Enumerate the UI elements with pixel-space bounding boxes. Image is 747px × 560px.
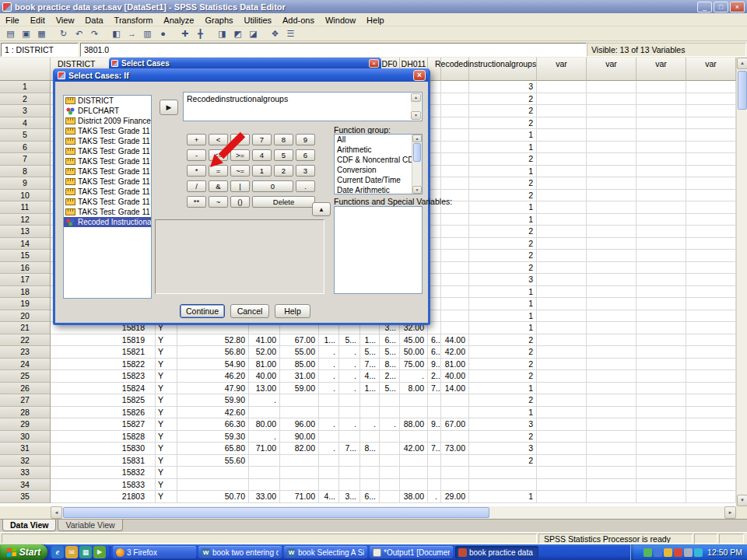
grid-cell[interactable] (428, 467, 441, 479)
select-cases-icon[interactable]: ◪ (246, 27, 261, 40)
function-group-scrollbar[interactable]: ▲ ▼ (412, 135, 422, 194)
grid-cell-var[interactable] (686, 238, 736, 250)
grid-cell[interactable] (441, 81, 469, 93)
grid-cell[interactable]: Y (156, 431, 177, 443)
grid-cell-var[interactable] (686, 201, 736, 214)
grid-cell-var[interactable] (637, 286, 686, 299)
grid-cell-var[interactable] (537, 129, 587, 142)
grid-cell-var[interactable] (686, 394, 736, 407)
value-labels-icon[interactable]: ❖ (268, 27, 282, 40)
grid-cell-var[interactable] (537, 250, 587, 262)
grid-cell-var[interactable] (587, 310, 637, 323)
grid-cell-var[interactable] (686, 142, 736, 154)
grid-cell-var[interactable] (637, 383, 686, 395)
grid-cell[interactable]: 75.00 (400, 359, 428, 371)
grid-cell[interactable]: 65.80 (177, 443, 249, 455)
menu-graphs[interactable]: Graphs (199, 14, 238, 26)
vertical-scroll-thumb[interactable] (738, 71, 747, 110)
row-number[interactable]: 13 (0, 226, 51, 238)
grid-cell-var[interactable] (686, 491, 736, 503)
row-number[interactable]: 5 (0, 129, 51, 142)
grid-cell-var[interactable] (686, 250, 736, 262)
grid-cell-var[interactable] (637, 262, 686, 275)
grid-cell[interactable] (339, 467, 360, 479)
row-number[interactable]: 26 (0, 383, 51, 395)
grid-cell[interactable]: 14.00 (441, 383, 469, 395)
grid-cell[interactable]: . (319, 418, 339, 431)
grid-cell[interactable] (441, 142, 469, 154)
grid-cell-group[interactable]: 1 (469, 214, 537, 226)
grid-cell[interactable]: 38.00 (400, 491, 428, 503)
menu-transform[interactable]: Transform (109, 14, 159, 26)
grid-cell[interactable] (319, 407, 339, 419)
grid-cell-var[interactable] (686, 153, 736, 166)
grid-cell-var[interactable] (637, 455, 686, 467)
corner-header[interactable] (0, 58, 51, 81)
row-number[interactable]: 17 (0, 274, 51, 286)
variable-item[interactable]: TAKS Test: Grade 11 Hi... (64, 207, 151, 217)
open-data-icon[interactable]: ▤ (3, 27, 18, 40)
grid-cell[interactable]: Y (156, 346, 177, 359)
grid-cell-var[interactable] (637, 491, 686, 503)
grid-cell-group[interactable]: 1 (469, 142, 537, 154)
grid-cell-group[interactable]: 2 (469, 238, 537, 250)
row-number[interactable]: 2 (0, 93, 51, 106)
grid-cell-var[interactable] (637, 117, 686, 130)
grid-cell[interactable] (441, 129, 469, 142)
row-number[interactable]: 9 (0, 177, 51, 190)
column-header-var[interactable]: var (537, 58, 587, 81)
grid-cell-group[interactable]: 2 (469, 455, 537, 467)
grid-cell[interactable]: 5... (360, 346, 380, 359)
keypad-power-button[interactable]: ** (187, 196, 206, 208)
variable-item[interactable]: TAKS Test: Grade 11 E... (64, 156, 151, 166)
use-variable-sets-icon[interactable]: ☰ (283, 27, 298, 40)
grid-cell[interactable]: . (339, 359, 360, 371)
start-button[interactable]: Start (0, 544, 47, 560)
grid-cell[interactable] (400, 467, 428, 479)
grid-cell-var[interactable] (686, 166, 736, 178)
row-number[interactable]: 1 (0, 81, 51, 93)
grid-cell-var[interactable] (537, 201, 587, 214)
grid-cell[interactable] (441, 238, 469, 250)
grid-cell-var[interactable] (537, 166, 587, 178)
grid-cell-group[interactable]: 1 (469, 407, 537, 419)
grid-cell[interactable] (441, 93, 469, 106)
keypad-digit-7-button[interactable]: 7 (252, 134, 272, 145)
expression-scroll-up-icon[interactable]: ▲ (411, 93, 421, 102)
grid-cell[interactable] (319, 479, 339, 492)
grid-cell-var[interactable] (537, 467, 587, 479)
grid-cell-var[interactable] (587, 153, 637, 166)
clock[interactable]: 12:50 PM (707, 548, 742, 557)
grid-cell-var[interactable] (587, 479, 637, 492)
grid-cell[interactable]: 59.90 (177, 394, 249, 407)
menu-file[interactable]: File (0, 14, 25, 26)
grid-cell-var[interactable] (537, 310, 587, 323)
variables-info-icon[interactable]: ▥ (140, 27, 155, 40)
row-number[interactable]: 27 (0, 394, 51, 407)
grid-cell[interactable]: 41.00 (249, 334, 280, 347)
maximize-button[interactable]: □ (714, 2, 728, 12)
grid-cell[interactable]: 42.00 (400, 443, 428, 455)
keypad-period-button[interactable]: . (296, 180, 315, 192)
grid-cell[interactable]: 82.00 (280, 443, 319, 455)
grid-cell-var[interactable] (637, 310, 686, 323)
grid-cell-var[interactable] (587, 105, 637, 117)
grid-cell[interactable] (441, 153, 469, 166)
grid-cell-var[interactable] (537, 177, 587, 190)
grid-cell-group[interactable]: 1 (469, 322, 537, 334)
grid-cell[interactable]: 9... (428, 418, 441, 431)
tab-data-view[interactable]: Data View (2, 520, 56, 531)
grid-cell-var[interactable] (537, 491, 587, 503)
grid-cell-var[interactable] (587, 418, 637, 431)
grid-cell-var[interactable] (587, 250, 637, 262)
grid-cell-var[interactable] (637, 166, 686, 178)
grid-cell-var[interactable] (537, 443, 587, 455)
grid-cell[interactable]: 59.30 (177, 431, 249, 443)
row-number[interactable]: 12 (0, 214, 51, 226)
grid-cell[interactable]: . (319, 443, 339, 455)
grid-cell[interactable] (441, 226, 469, 238)
grid-cell-var[interactable] (587, 359, 637, 371)
grid-cell[interactable] (441, 310, 469, 323)
function-group-item[interactable]: CDF & Noncentral CDF (335, 155, 412, 165)
grid-cell-var[interactable] (587, 370, 637, 383)
